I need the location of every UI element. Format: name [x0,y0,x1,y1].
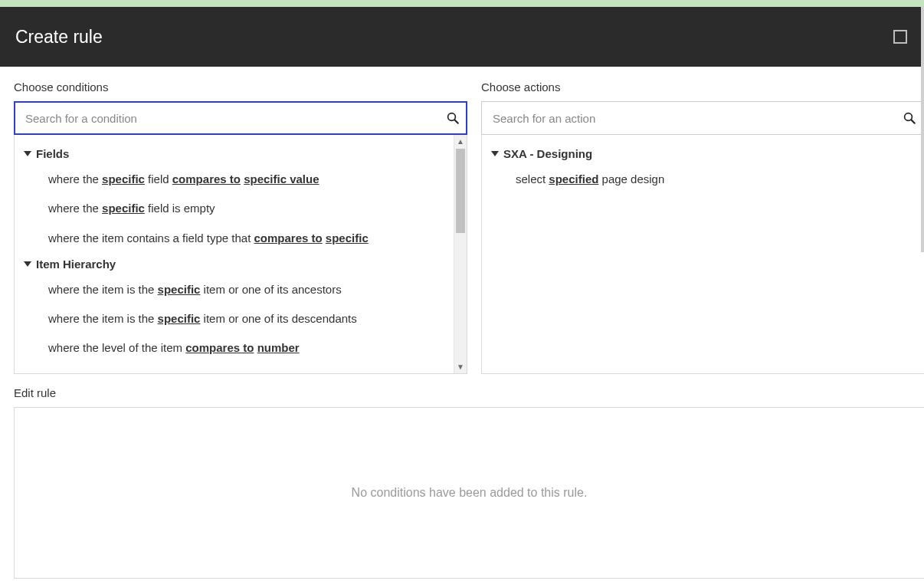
conditions-search-wrap [14,101,467,135]
edit-rule-label: Edit rule [14,386,924,399]
search-icon[interactable] [446,111,460,125]
scroll-up-icon[interactable]: ▲ [454,135,467,148]
conditions-item[interactable]: where the specific field is empty [21,194,467,223]
edit-rule-section: Edit rule No conditions have been added … [0,374,924,579]
conditions-group-label: Item Hierarchy [36,258,116,271]
conditions-group-label: Fields [36,147,69,160]
content-row: Choose conditions Fieldswhere the specif… [0,67,924,374]
actions-group-header[interactable]: SXA - Designing [488,143,924,165]
actions-group-label: SXA - Designing [503,147,592,160]
rule-token[interactable]: specific [158,283,201,296]
conditions-item[interactable]: where the item is the specific item or o… [21,275,467,304]
conditions-group-header[interactable]: Fields [21,143,467,165]
rule-token[interactable]: specific value [244,172,319,185]
edit-rule-empty-message: No conditions have been added to this ru… [352,486,588,500]
top-strip [0,0,924,7]
rule-token[interactable]: specific [102,202,145,215]
scroll-thumb[interactable] [456,149,465,233]
conditions-item[interactable]: where the item is the specific item or o… [21,304,467,333]
rule-token[interactable]: specified [549,172,598,185]
conditions-list: Fieldswhere the specific field compares … [14,135,467,374]
collapse-icon [491,151,499,156]
conditions-column: Choose conditions Fieldswhere the specif… [14,80,467,374]
actions-search-wrap [481,101,924,135]
conditions-item[interactable]: where the item contains a field type tha… [21,224,467,253]
dialog-title: Create rule [15,27,103,48]
scroll-down-icon[interactable]: ▼ [454,360,467,373]
conditions-label: Choose conditions [14,80,467,94]
conditions-item[interactable]: where the level of the item compares to … [21,333,467,363]
svg-line-1 [454,120,458,123]
collapse-icon [24,151,31,156]
conditions-item[interactable]: where the specific field compares to spe… [21,165,467,194]
edit-rule-box: No conditions have been added to this ru… [14,407,924,579]
dialog-header: Create rule [0,7,924,67]
conditions-group-header[interactable]: Item Hierarchy [21,253,467,275]
rule-token[interactable]: specific [102,172,145,185]
search-icon[interactable] [903,111,916,125]
collapse-icon [24,261,31,267]
actions-search-input[interactable] [481,101,924,135]
actions-item[interactable]: select specified page design [488,165,924,194]
actions-label: Choose actions [481,80,924,94]
rule-token[interactable]: specific [158,312,201,325]
rule-token[interactable]: compares to [254,231,322,245]
svg-line-3 [911,120,915,123]
maximize-icon[interactable] [893,30,907,44]
actions-list: SXA - Designingselect specified page des… [481,135,924,374]
conditions-search-input[interactable] [14,101,467,135]
rule-token[interactable]: compares to [172,172,241,185]
rule-token[interactable]: number [257,341,300,354]
page-scrollbar[interactable] [921,7,924,252]
rule-token[interactable]: specific [326,231,369,245]
conditions-scrollbar[interactable]: ▲ ▼ [454,135,467,373]
actions-column: Choose actions SXA - Designingselect spe… [481,80,924,374]
rule-token[interactable]: compares to [185,341,254,354]
